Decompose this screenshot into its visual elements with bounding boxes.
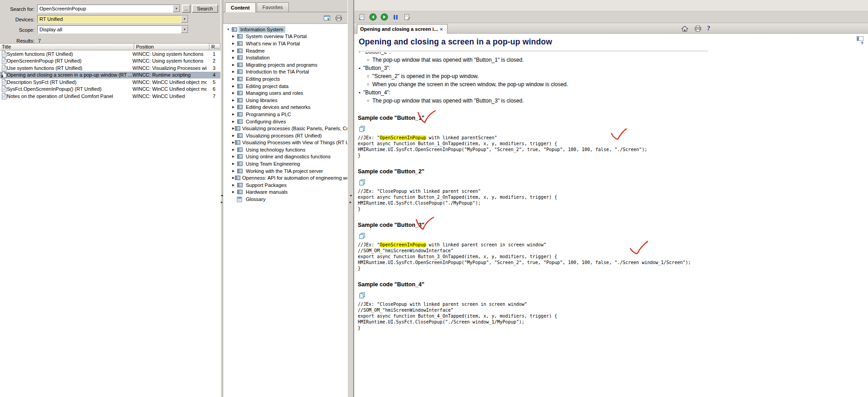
tree-item-glossary[interactable]: Glossary: [223, 196, 347, 203]
tree-item[interactable]: ▶Using Team Engineering: [223, 160, 347, 167]
tab-content[interactable]: Content: [225, 2, 256, 12]
copy-code-icon[interactable]: [358, 178, 366, 186]
bullet-text: The pop-up window that was opened with "…: [372, 98, 524, 104]
search-term-combobox[interactable]: OpenScreenInPopup ▼: [37, 5, 180, 13]
tree-item[interactable]: ▶Using online and diagnostics functions: [223, 153, 347, 161]
advanced-search-button[interactable]: ...: [182, 5, 190, 13]
tree-item[interactable]: ▶What's new in TIA Portal: [223, 40, 347, 47]
pane-toggle-help-icon[interactable]: ?: [857, 36, 865, 44]
tree-collapsed-arrow-icon[interactable]: ▶: [232, 105, 237, 109]
tree-item[interactable]: ▶Installation: [223, 54, 347, 61]
scope-dropdown-arrow[interactable]: ▼: [181, 26, 188, 33]
copy-code-icon[interactable]: [358, 125, 366, 133]
tree-collapsed-arrow-icon[interactable]: ▶: [232, 49, 237, 53]
tree-item[interactable]: ▶Visualizing processes (Basic Panels, Pa…: [223, 125, 347, 132]
back-icon[interactable]: [369, 13, 377, 21]
tree-item[interactable]: ▶Editing devices and networks: [223, 104, 347, 111]
pause-loading-icon[interactable]: [391, 13, 400, 21]
tab-favorites[interactable]: Favorites: [257, 2, 289, 12]
tree-collapsed-arrow-icon[interactable]: ▶: [232, 84, 237, 88]
result-row[interactable]: System functions (RT Unified)WINCC: Usin…: [0, 50, 220, 58]
topic-scroll-viewport[interactable]: •"Button_2":○The pop-up window that was …: [354, 52, 868, 397]
column-header-title[interactable]: Title: [0, 44, 134, 50]
tree-item[interactable]: ▶Openness: API for automation of enginee…: [223, 174, 347, 181]
help-icon[interactable]: ?: [707, 25, 710, 32]
tree-item[interactable]: ▶Working with the TIA project server: [223, 167, 347, 175]
tree-collapsed-arrow-icon[interactable]: ▶: [232, 77, 237, 81]
book-icon: [237, 55, 244, 60]
tree-collapsed-arrow-icon[interactable]: ▶: [232, 134, 237, 137]
bullet-text: "Button_2":: [363, 52, 390, 55]
close-tab-icon[interactable]: ×: [438, 26, 444, 33]
tree-item[interactable]: ▶Readme: [223, 47, 347, 54]
tree-collapsed-arrow-icon[interactable]: ▶: [232, 56, 237, 59]
tree-collapsed-arrow-icon[interactable]: ▶: [232, 183, 237, 187]
tree-collapsed-arrow-icon[interactable]: ▶: [232, 148, 237, 152]
tree-item[interactable]: ▶Programming a PLC: [223, 111, 347, 118]
copy-code-icon[interactable]: [358, 232, 366, 240]
result-title: Notes on the operation of Unified Comfor…: [7, 93, 132, 99]
book-icon: [237, 168, 244, 174]
tree-item[interactable]: ▶Editing projects: [223, 75, 347, 83]
tree-collapsed-arrow-icon[interactable]: ▶: [232, 34, 237, 38]
print-icon[interactable]: [694, 25, 702, 33]
result-row[interactable]: Description SysFct (RT Unified)WINCC: Wi…: [0, 78, 220, 86]
tree-collapsed-arrow-icon[interactable]: ▶: [232, 169, 237, 173]
result-row[interactable]: Opening and closing a screen in a pop-up…: [0, 72, 220, 79]
splitter-collapse-left-icon[interactable]: ◄: [349, 194, 352, 197]
tree-item[interactable]: ▶System overview TIA Portal: [223, 33, 347, 40]
tree-item[interactable]: ▶Migrating projects and programs: [223, 61, 347, 69]
tree-collapsed-arrow-icon[interactable]: ▶: [232, 162, 237, 166]
tree-item[interactable]: ▶Configuring drives: [223, 118, 347, 125]
glossary-icon: [237, 196, 244, 202]
tree-item[interactable]: ▶Visualizing processes (RT Unified): [223, 132, 347, 139]
search-term-dropdown-arrow[interactable]: ▼: [173, 5, 180, 12]
result-row[interactable]: OpenScreenInPopup (RT Unified)WINCC: Usi…: [0, 58, 220, 65]
code-line: }: [358, 325, 868, 331]
tree-collapsed-arrow-icon[interactable]: ▶: [232, 42, 237, 45]
splitter-middle[interactable]: ◄ ►: [347, 0, 354, 397]
tree-collapsed-arrow-icon[interactable]: ▶: [232, 70, 237, 74]
tree-item[interactable]: ▶Using libraries: [223, 97, 347, 104]
tree-collapsed-arrow-icon[interactable]: ▶: [232, 113, 237, 116]
scope-combobox[interactable]: Display all ▼: [37, 25, 189, 34]
help-toolbar: [354, 11, 868, 23]
book-icon: [231, 27, 239, 32]
tree-collapsed-arrow-icon[interactable]: ▶: [232, 91, 237, 95]
tree-item-label: Support Packages: [244, 182, 288, 188]
tree-item[interactable]: ▶Editing project data: [223, 83, 347, 90]
tree-item[interactable]: ▶Using technology functions: [223, 146, 347, 153]
home-icon[interactable]: [681, 25, 689, 33]
topic-tab[interactable]: Opening and closing a screen i... ×: [357, 24, 448, 34]
tree-collapsed-arrow-icon[interactable]: ▶: [232, 155, 237, 158]
tree-item-label: Visualizing processes (RT Unified): [244, 133, 323, 138]
bullet-text: The pop-up window that was opened with "…: [372, 57, 524, 63]
tree-item[interactable]: ▶Support Packages: [223, 181, 347, 189]
tree-collapsed-arrow-icon[interactable]: ▶: [232, 63, 237, 67]
sync-with-topic-icon[interactable]: [323, 14, 331, 22]
search-button[interactable]: Search: [192, 5, 218, 13]
column-header-position[interactable]: Position: [134, 44, 210, 50]
tree-item[interactable]: ▶Introduction to the TIA Portal: [223, 69, 347, 76]
tree-expanded-arrow-icon[interactable]: ▼: [227, 28, 231, 31]
tree-item[interactable]: ▶Managing users and roles: [223, 89, 347, 97]
tree-collapsed-arrow-icon[interactable]: ▶: [232, 120, 237, 123]
tree-collapsed-arrow-icon[interactable]: ▶: [232, 190, 237, 194]
splitter-collapse-right-icon[interactable]: ►: [349, 201, 352, 204]
copy-code-icon[interactable]: [358, 291, 366, 299]
column-header-rank[interactable]: R...: [210, 44, 220, 50]
print-topic-icon[interactable]: [335, 14, 343, 22]
tree-item[interactable]: ▶Hardware manuals: [223, 189, 347, 196]
edit-topic-icon[interactable]: [403, 13, 411, 21]
tree-item[interactable]: ▶Visualizing Processes with View of Thin…: [223, 139, 347, 147]
forward-icon[interactable]: [380, 13, 388, 21]
book-icon: [237, 119, 244, 124]
devices-combobox[interactable]: RT Unified ▼: [37, 15, 189, 23]
tree-root-information-system[interactable]: ▼Information System: [223, 26, 347, 33]
devices-dropdown-arrow[interactable]: ▼: [181, 15, 188, 23]
result-row[interactable]: SysFct.OpenScreenInPopup() (RT Unified)W…: [0, 86, 220, 93]
tree-collapsed-arrow-icon[interactable]: ▶: [232, 98, 237, 102]
locate-topic-icon[interactable]: [357, 13, 366, 21]
result-row[interactable]: Use system functions (RT Unified)WINCC: …: [0, 64, 220, 72]
result-row[interactable]: Notes on the operation of Unified Comfor…: [0, 93, 220, 100]
